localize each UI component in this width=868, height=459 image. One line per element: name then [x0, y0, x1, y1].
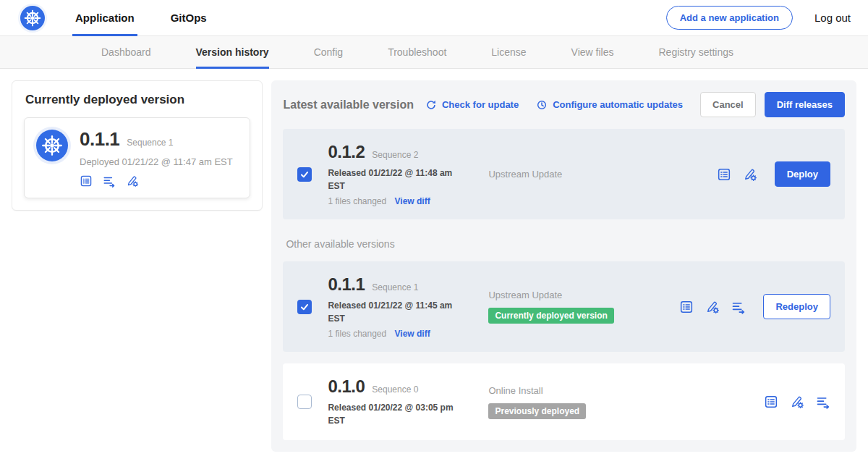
- check-icon: [299, 169, 310, 180]
- tab-dashboard[interactable]: Dashboard: [101, 36, 151, 69]
- version-info: 0.1.0 Sequence 0 Released 01/20/22 @ 03:…: [328, 376, 488, 427]
- version-history-panel: Latest available version Check for updat…: [271, 80, 856, 452]
- release-notes-icon[interactable]: [80, 174, 93, 188]
- tab-view-files[interactable]: View files: [571, 36, 614, 69]
- main-content: Currently deployed version 0.1.1 Sequenc…: [0, 69, 868, 459]
- redeploy-button[interactable]: Redeploy: [763, 294, 830, 319]
- tab-config[interactable]: Config: [314, 36, 343, 69]
- released-timestamp: Released 01/20/22 @ 03:05 pm EST: [328, 401, 456, 427]
- check-for-update-link[interactable]: Check for update: [425, 99, 519, 111]
- diff-releases-button[interactable]: Diff releases: [765, 92, 845, 117]
- versions-header: Latest available version Check for updat…: [283, 92, 845, 117]
- cancel-button[interactable]: Cancel: [700, 92, 756, 117]
- version-select-checkbox[interactable]: [297, 395, 312, 409]
- configure-updates-link[interactable]: Configure automatic updates: [536, 99, 683, 111]
- version-number: 0.1.0: [328, 376, 365, 397]
- deployed-version-body: 0.1.1 Sequence 1 Deployed 01/21/22 @ 11:…: [80, 128, 233, 188]
- tab-registry-settings[interactable]: Registry settings: [658, 36, 733, 69]
- logout-link[interactable]: Log out: [814, 12, 851, 24]
- files-changed-label: 1 files changed: [328, 329, 386, 339]
- released-timestamp: Released 01/21/22 @ 11:45 am EST: [328, 299, 456, 325]
- config-icon[interactable]: [743, 167, 757, 182]
- view-diff-link[interactable]: View diff: [395, 196, 430, 206]
- version-info: 0.1.1 Sequence 1 Released 01/21/22 @ 11:…: [328, 274, 488, 339]
- nav-tab-gitops[interactable]: GitOps: [168, 0, 210, 36]
- config-icon[interactable]: [705, 300, 720, 314]
- release-notes-icon[interactable]: [717, 167, 731, 182]
- version-sequence: Sequence 2: [372, 150, 418, 160]
- top-navbar: Application GitOps Add a new application…: [0, 0, 868, 36]
- version-source: Online Install Previously deployed: [488, 385, 764, 419]
- version-actions: [764, 395, 830, 409]
- version-row: 0.1.1 Sequence 1 Released 01/21/22 @ 11:…: [283, 261, 845, 352]
- app-kubernetes-icon: [36, 130, 68, 161]
- latest-version-title: Latest available version: [283, 98, 414, 111]
- source-label: Online Install: [488, 385, 764, 396]
- previously-deployed-badge: Previously deployed: [488, 403, 586, 419]
- version-row: 0.1.2 Sequence 2 Released 01/21/22 @ 11:…: [283, 129, 845, 219]
- diff-icon[interactable]: [731, 300, 746, 314]
- currently-deployed-panel: Currently deployed version 0.1.1 Sequenc…: [12, 80, 263, 211]
- tab-troubleshoot[interactable]: Troubleshoot: [388, 36, 446, 69]
- view-diff-link[interactable]: View diff: [395, 329, 430, 339]
- source-label: Upstream Update: [488, 290, 679, 300]
- release-notes-icon[interactable]: [764, 395, 778, 409]
- other-versions-title: Other available versions: [286, 238, 845, 250]
- configure-updates-label: Configure automatic updates: [553, 99, 683, 110]
- kubernetes-logo-icon: [20, 6, 45, 30]
- version-source: Upstream Update Currently deployed versi…: [488, 290, 679, 324]
- version-select-checkbox[interactable]: [297, 167, 312, 182]
- files-changed-label: 1 files changed: [328, 196, 386, 206]
- version-number: 0.1.1: [328, 274, 365, 295]
- schedule-icon: [536, 99, 548, 111]
- deployed-timestamp: Deployed 01/21/22 @ 11:47 am EST: [80, 156, 233, 167]
- deploy-button[interactable]: Deploy: [775, 161, 830, 187]
- deployed-version-card: 0.1.1 Sequence 1 Deployed 01/21/22 @ 11:…: [24, 117, 250, 198]
- currently-deployed-badge: Currently deployed version: [488, 308, 613, 324]
- add-application-button[interactable]: Add a new application: [666, 6, 793, 30]
- app-subnav: Dashboard Version history Config Trouble…: [0, 36, 868, 69]
- version-sequence: Sequence 0: [372, 384, 418, 395]
- tab-license[interactable]: License: [491, 36, 526, 69]
- refresh-icon: [425, 99, 437, 111]
- deployed-version-sequence: Sequence 1: [127, 138, 173, 148]
- released-timestamp: Released 01/21/22 @ 11:48 am EST: [328, 167, 456, 193]
- version-number: 0.1.2: [328, 142, 365, 162]
- check-for-update-label: Check for update: [442, 99, 519, 110]
- version-sequence: Sequence 1: [372, 282, 418, 292]
- version-source: Upstream Update: [488, 169, 716, 180]
- config-icon[interactable]: [790, 395, 804, 409]
- deployed-panel-title: Currently deployed version: [25, 93, 250, 107]
- tab-version-history[interactable]: Version history: [196, 36, 269, 69]
- diff-icon[interactable]: [103, 174, 116, 188]
- version-select-checkbox[interactable]: [297, 300, 312, 314]
- version-actions: Deploy: [717, 161, 830, 187]
- version-actions: Redeploy: [679, 294, 830, 319]
- version-info: 0.1.2 Sequence 2 Released 01/21/22 @ 11:…: [328, 142, 488, 206]
- nav-tab-application[interactable]: Application: [72, 0, 137, 36]
- source-label: Upstream Update: [488, 169, 716, 180]
- version-row: 0.1.0 Sequence 0 Released 01/20/22 @ 03:…: [283, 363, 845, 440]
- config-icon[interactable]: [126, 174, 139, 188]
- check-icon: [299, 302, 310, 312]
- release-notes-icon[interactable]: [679, 300, 694, 314]
- deployed-version-number: 0.1.1: [80, 128, 119, 151]
- diff-icon[interactable]: [816, 395, 830, 409]
